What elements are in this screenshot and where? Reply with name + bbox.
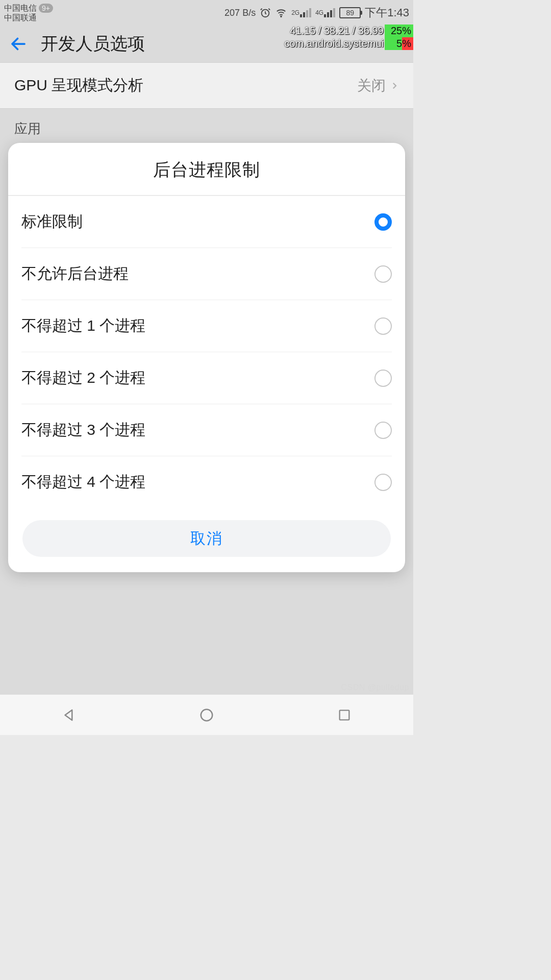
page-title: 开发人员选项 — [41, 32, 145, 56]
nav-recents-button[interactable] — [335, 705, 354, 725]
radio-icon — [374, 474, 392, 491]
carrier-1: 中国电信 — [4, 4, 37, 12]
watermark: CSDN @pulledup — [341, 683, 409, 692]
option-label: 不得超过 1 个进程 — [21, 315, 145, 336]
option-standard-limit[interactable]: 标准限制 — [21, 196, 392, 248]
notification-count-badge: 9+ — [39, 4, 53, 13]
dialog-background-process-limit: 后台进程限制 标准限制 不允许后台进程 不得超过 1 个进程 不得超过 2 个进… — [8, 143, 405, 572]
option-max-1[interactable]: 不得超过 1 个进程 — [21, 300, 392, 352]
option-max-4[interactable]: 不得超过 4 个进程 — [21, 456, 392, 508]
radio-icon — [374, 265, 392, 283]
option-no-bg[interactable]: 不允许后台进程 — [21, 248, 392, 300]
nav-back-button[interactable] — [59, 705, 79, 725]
setting-label: GPU 呈现模式分析 — [14, 75, 143, 96]
back-button[interactable] — [6, 32, 31, 56]
radio-icon — [374, 370, 392, 387]
radio-icon — [374, 317, 392, 335]
option-label: 不得超过 4 个进程 — [21, 472, 145, 493]
status-bar: 中国电信 9+ 中国联通 207 B/s 2G 4G 89 下午1:43 — [0, 0, 413, 26]
chevron-right-icon — [390, 79, 399, 93]
setting-gpu-profiling[interactable]: GPU 呈现模式分析 关闭 — [0, 63, 413, 108]
option-max-2[interactable]: 不得超过 2 个进程 — [21, 352, 392, 404]
option-label: 不允许后台进程 — [21, 263, 129, 284]
battery-icon: 89 — [339, 7, 361, 18]
app-header: 开发人员选项 — [0, 26, 413, 62]
cancel-button[interactable]: 取消 — [22, 520, 391, 557]
option-label: 标准限制 — [21, 211, 83, 232]
alarm-icon — [260, 7, 271, 18]
radio-icon — [374, 422, 392, 439]
wifi-icon — [275, 7, 287, 18]
signal-1: 2G — [291, 8, 311, 17]
radio-selected-icon — [374, 213, 392, 231]
svg-point-2 — [201, 709, 213, 721]
net-speed: 207 B/s — [224, 8, 256, 18]
dialog-title: 后台进程限制 — [8, 143, 405, 195]
svg-point-1 — [281, 16, 282, 17]
option-max-3[interactable]: 不得超过 3 个进程 — [21, 404, 392, 456]
svg-rect-3 — [340, 710, 349, 720]
clock-time: 下午1:43 — [365, 5, 409, 20]
settings-content: GPU 呈现模式分析 关闭 应用 — [0, 62, 413, 149]
option-label: 不得超过 3 个进程 — [21, 420, 145, 440]
setting-value: 关闭 — [357, 76, 386, 95]
signal-2: 4G — [315, 8, 335, 17]
system-nav-bar — [0, 694, 413, 735]
carrier-2: 中国联通 — [4, 14, 53, 22]
option-label: 不得超过 2 个进程 — [21, 368, 145, 388]
nav-home-button[interactable] — [197, 705, 216, 725]
option-list: 标准限制 不允许后台进程 不得超过 1 个进程 不得超过 2 个进程 不得超过 … — [8, 196, 405, 508]
